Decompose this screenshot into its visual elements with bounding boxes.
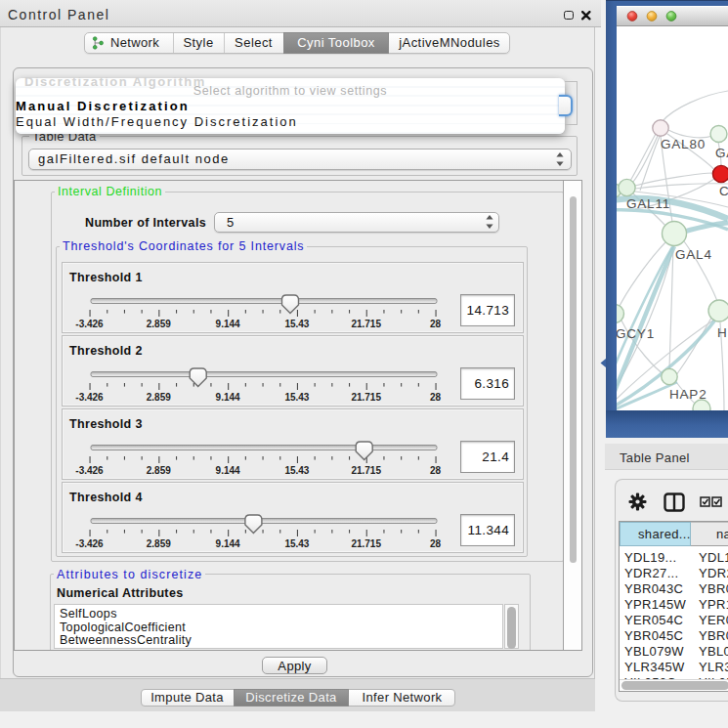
svg-text:GCY1: GCY1 <box>617 326 655 341</box>
svg-text:H: H <box>717 325 728 340</box>
svg-text:GAL80: GAL80 <box>661 137 706 151</box>
svg-text:GAL11: GAL11 <box>626 196 670 211</box>
svg-text:C: C <box>719 184 728 198</box>
svg-text:GA: GA <box>715 146 728 160</box>
svg-text:HAP2: HAP2 <box>669 387 707 402</box>
svg-text:GAL4: GAL4 <box>675 247 712 262</box>
